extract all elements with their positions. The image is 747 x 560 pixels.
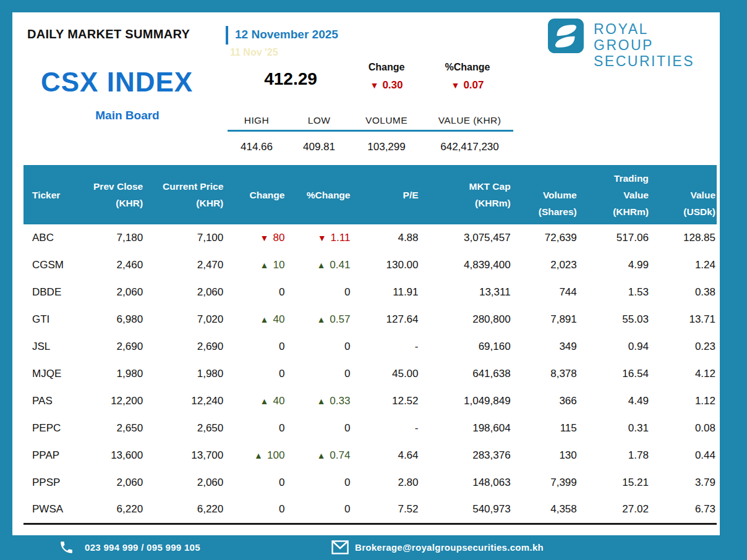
cell-trading-value: 15.21 (578, 469, 650, 496)
cell-pe: 4.64 (351, 442, 419, 469)
table-row: GTI6,9807,020▲40▲0.57127.64280,8007,8915… (23, 306, 717, 333)
stat-low-value: 409.81 (288, 141, 350, 153)
cell-ticker: PEPC (23, 415, 88, 442)
cell-change: ▲10 (224, 252, 286, 279)
cell-current-price: 2,060 (144, 279, 224, 306)
cell-mkt-cap: 69,160 (420, 333, 512, 360)
stat-volume: VOLUME 103,299 (349, 115, 424, 153)
stat-volume-value: 103,299 (349, 141, 424, 153)
footer-phone: 023 994 999 / 095 999 105 (85, 542, 200, 553)
cell-pct-change: 0 (286, 415, 351, 442)
cell-prev-close: 12,200 (88, 388, 144, 415)
down-arrow-icon: ▼ (370, 80, 379, 90)
daily-market-summary-page: { "colors": { "accent_teal": "#1f86ad", … (0, 0, 747, 560)
cell-pe: 11.91 (351, 279, 419, 306)
envelope-icon (331, 540, 349, 554)
column-header: Trading Value (KHRm) (578, 165, 650, 224)
cell-ticker: CGSM (23, 252, 88, 279)
cell-pe: 12.52 (351, 388, 419, 415)
cell-mkt-cap: 3,075,457 (420, 224, 512, 252)
table-row: MJQE1,9801,9800045.00641,6388,37816.544.… (23, 360, 717, 388)
up-arrow-icon: ▲ (317, 260, 325, 270)
table-row: JSL2,6902,69000-69,1603490.940.23 (23, 333, 717, 360)
cell-volume: 72,639 (512, 224, 578, 252)
cell-mkt-cap: 13,311 (420, 279, 512, 306)
up-arrow-icon: ▲ (254, 451, 263, 460)
column-header: Ticker (23, 165, 88, 224)
up-arrow-icon: ▲ (317, 315, 325, 325)
cell-prev-close: 6,980 (88, 306, 144, 333)
cell-mkt-cap: 198,604 (420, 415, 512, 442)
cell-prev-close: 2,060 (88, 279, 144, 306)
column-header: Value (USDk) (650, 165, 717, 224)
cell-ticker: ABC (23, 224, 88, 252)
index-name: CSX INDEX (41, 67, 193, 98)
cell-change: ▼80 (224, 224, 286, 252)
stock-table: TickerPrev Close (KHR)Current Price (KHR… (23, 165, 717, 525)
cell-ticker: MJQE (23, 360, 88, 388)
cell-volume: 744 (512, 279, 578, 306)
down-arrow-icon: ▼ (451, 80, 460, 90)
cell-current-price: 2,060 (144, 469, 224, 496)
cell-pe: 130.00 (351, 252, 419, 279)
cell-value-usd: 3.79 (650, 469, 717, 496)
table-row: PPSP2,0602,060002.80148,0637,39915.213.7… (23, 469, 717, 496)
company-logo: ROYAL GROUP SECURITIES (548, 19, 712, 57)
cell-mkt-cap: 641,638 (420, 360, 512, 388)
cell-ticker: GTI (23, 306, 88, 333)
cell-current-price: 13,700 (144, 442, 224, 469)
stat-low-label: LOW (288, 115, 350, 126)
logo-wordmark: ROYAL GROUP SECURITIES (594, 21, 712, 69)
cell-value-usd: 0.23 (650, 333, 717, 360)
cell-trading-value: 1.53 (578, 279, 650, 306)
cell-value-usd: 1.24 (650, 252, 717, 279)
cell-mkt-cap: 1,049,849 (420, 388, 512, 415)
column-header: MKT Cap (KHRm) (420, 165, 512, 224)
cell-mkt-cap: 4,839,400 (420, 252, 512, 279)
cell-prev-close: 2,460 (88, 252, 144, 279)
index-board: Main Board (41, 109, 214, 122)
cell-trading-value: 0.94 (578, 333, 650, 360)
cell-mkt-cap: 280,800 (420, 306, 512, 333)
cell-pe: 2.80 (351, 469, 419, 496)
cell-value-usd: 6.73 (650, 496, 717, 524)
change-number: 0.30 (382, 79, 403, 91)
cell-trading-value: 4.99 (578, 252, 650, 279)
stat-value-khr-value: 642,417,230 (419, 141, 521, 153)
change-value: ▼0.30 (348, 79, 425, 91)
cell-pe: 4.88 (351, 224, 419, 252)
cell-volume: 349 (512, 333, 578, 360)
column-header: Prev Close (KHR) (88, 165, 144, 224)
cell-prev-close: 6,220 (88, 496, 144, 524)
cell-volume: 7,891 (512, 306, 578, 333)
cell-trading-value: 0.31 (578, 415, 650, 442)
cell-pct-change: ▲0.74 (286, 442, 351, 469)
up-arrow-icon: ▲ (260, 260, 269, 270)
pct-change-number: 0.07 (463, 79, 484, 91)
cell-change: ▲40 (224, 388, 286, 415)
cell-change: 0 (224, 360, 286, 388)
table-row: DBDE2,0602,0600011.9113,3117441.530.38 (23, 279, 717, 306)
title-separator (226, 26, 228, 45)
cell-change: 0 (224, 333, 286, 360)
cell-volume: 4,358 (512, 496, 578, 524)
report-date: 12 November 2025 (235, 28, 338, 41)
cell-current-price: 6,220 (144, 496, 224, 524)
cell-value-usd: 4.12 (650, 360, 717, 388)
table-row: PAS12,20012,240▲40▲0.3312.521,049,849366… (23, 388, 717, 415)
cell-ticker: JSL (23, 333, 88, 360)
cell-ticker: PPAP (23, 442, 88, 469)
footer-email: Brokerage@royalgroupsecurities.com.kh (355, 542, 544, 553)
cell-change: 0 (224, 469, 286, 496)
stat-value-khr-label: VALUE (KHR) (419, 115, 521, 126)
cell-current-price: 2,690 (144, 333, 224, 360)
cell-pct-change: 0 (286, 360, 351, 388)
cell-mkt-cap: 148,063 (420, 469, 512, 496)
column-header: %Change (286, 165, 351, 224)
stat-high-value: 414.66 (226, 141, 288, 153)
page-title: DAILY MARKET SUMMARY (27, 27, 190, 41)
cell-prev-close: 2,690 (88, 333, 144, 360)
cell-current-price: 2,470 (144, 252, 224, 279)
cell-pct-change: 0 (286, 469, 351, 496)
cell-mkt-cap: 283,376 (420, 442, 512, 469)
